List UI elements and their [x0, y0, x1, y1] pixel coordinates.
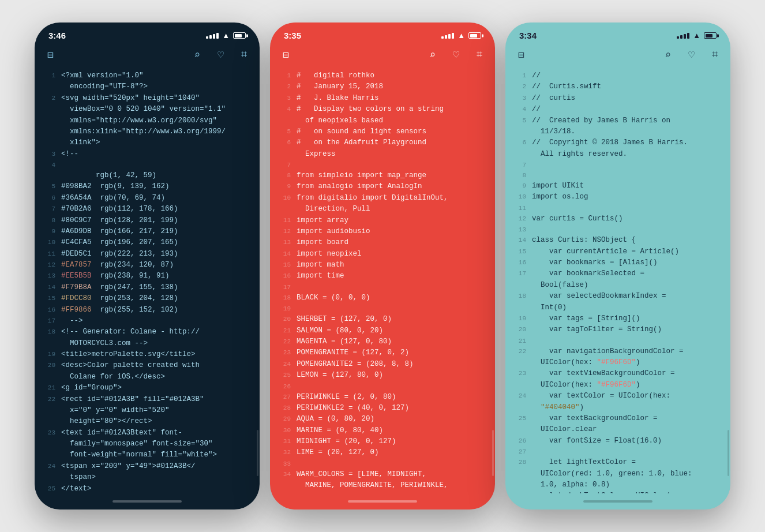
code-line: 23POMENGRANITE = (127, 0, 2) [270, 347, 488, 358]
battery-icon-teal [704, 32, 717, 39]
line-text: var selectedBookmarkIndex = [532, 291, 719, 302]
code-line: 7#70B2A6 rgb(112, 178, 166) [35, 204, 253, 215]
line-text: #A6D9DB rgb(166, 217, 219) [61, 226, 248, 237]
folder-icon[interactable]: ⊟ [45, 46, 56, 63]
code-line: 33 [270, 459, 488, 469]
code-area-red: 1# digital rothko2# January 15, 20183# J… [270, 68, 495, 493]
code-line: 5// Created by James B Harris on [505, 115, 723, 126]
line-text: <title>metroPalette.svg</title> [61, 349, 248, 360]
line-text: <!-- Generator: Colane - http:// [61, 327, 248, 338]
code-line: 31MIDNIGHT = (20, 0, 127) [270, 436, 488, 447]
code-line: 19 [270, 304, 488, 314]
line-text: #C4CFA5 rgb(196, 207, 165) [61, 237, 248, 248]
code-line: of neopixels based [270, 115, 488, 126]
line-text: var textViewBackgroundColor = [532, 368, 719, 379]
line-text: POMENGRANITE2 = (208, 8, 8) [297, 359, 483, 370]
code-line: 4# Display two colors on a string [270, 104, 488, 115]
code-line: 22<rect id="#012A3B" fill="#012A3B" [35, 394, 253, 405]
code-line: 1.0, alpha: 0.8) [505, 479, 723, 490]
line-number: 22 [275, 336, 291, 347]
home-bar-line-dark [112, 500, 182, 503]
line-text: var bookmarks = [Alias]() [532, 257, 719, 268]
signal-icon-teal [677, 33, 689, 39]
line-text: xmlns="http://www.w3.org/2000/svg" [61, 115, 248, 126]
home-bar-teal [505, 493, 730, 509]
line-number: 7 [510, 160, 526, 170]
line-number: 15 [39, 293, 55, 304]
code-line: UIColor.clear [505, 424, 723, 435]
line-number: 22 [39, 394, 55, 404]
line-text: #EA7857 rgb(234, 120, 87) [61, 260, 248, 271]
code-line: 21SALMON = (80, 0, 20) [270, 325, 488, 336]
line-number: 24 [39, 461, 55, 471]
search-icon-teal[interactable]: ⌕ [662, 46, 673, 63]
line-text: height="80"></rect> [61, 416, 248, 427]
code-line: Direction, Pull [270, 204, 488, 215]
line-number [39, 338, 55, 339]
code-line: 14class Curtis: NSObject { [505, 235, 723, 246]
code-line: 16import time [270, 271, 488, 282]
line-text: xmlns:xlink="http://www.w3.org/1999/ [61, 126, 248, 137]
line-text: #FF9866 rgb(255, 152, 102) [61, 305, 248, 316]
line-text: BLACK = (0, 0, 0) [297, 293, 483, 304]
line-text: MOTORCYCL3.com --> [61, 338, 248, 349]
toolbar-right-red: ⌕ ♡ ⌗ [427, 46, 485, 63]
line-text: from simpleio import map_range [297, 170, 483, 181]
code-line: 7 [505, 160, 723, 170]
line-number [510, 302, 526, 303]
heart-icon-red[interactable]: ♡ [451, 46, 462, 63]
line-number: 28 [275, 403, 291, 413]
line-text: SALMON = (80, 0, 20) [297, 325, 483, 336]
line-number: 5 [275, 126, 291, 137]
heart-icon[interactable]: ♡ [215, 46, 226, 63]
search-icon[interactable]: ⌕ [192, 46, 202, 63]
line-text: var navigationBackgroundColor = [532, 346, 719, 357]
line-text: #FDCC80 rgb(253, 204, 128) [61, 293, 248, 304]
search-icon-red[interactable]: ⌕ [427, 46, 438, 63]
line-text: <!-- [61, 149, 248, 160]
line-text: PERIWINKLE2 = (40, 0, 127) [297, 403, 483, 414]
line-text: // Created by James B Harris on [532, 115, 719, 126]
line-text: let darkTextColor = UIColor(r... [532, 490, 719, 493]
folder-icon-teal[interactable]: ⊟ [516, 46, 527, 63]
line-number: 1 [510, 70, 526, 81]
line-number: 15 [510, 246, 526, 257]
scroll-indicator-red[interactable] [492, 430, 494, 476]
line-text: // Curtis.swift [532, 81, 719, 92]
line-text: var tags = [String]() [532, 313, 719, 324]
line-number [510, 357, 526, 358]
line-number: 5 [510, 115, 526, 126]
home-bar-line-red [348, 500, 417, 503]
status-bar-red: 3:35 ▲ [270, 23, 495, 43]
line-number: 14 [275, 249, 291, 259]
bookmark-icon-red[interactable]: ⌗ [474, 47, 485, 63]
heart-icon-teal[interactable]: ♡ [686, 46, 697, 63]
code-line: UIColor(hex: "#F96F6D") [505, 380, 723, 391]
code-line: 28 let lightTextColor = [505, 457, 723, 468]
code-line: 1<?xml version="1.0" [35, 70, 253, 81]
line-text: family="monospace" font-size="30" [61, 439, 248, 449]
line-text: import neopixel [297, 249, 483, 260]
line-text: Colane for iOS.</desc> [61, 372, 248, 383]
bookmark-icon[interactable]: ⌗ [239, 47, 249, 63]
line-text: from analogio import AnalogIn [297, 181, 483, 192]
wifi-icon-red: ▲ [457, 31, 465, 40]
folder-icon-red[interactable]: ⊟ [280, 46, 291, 63]
scroll-indicator-dark[interactable] [257, 430, 258, 476]
line-number [510, 380, 526, 380]
line-number: 2 [275, 81, 291, 92]
bookmark-icon-teal[interactable]: ⌗ [710, 47, 720, 63]
code-line: 2// Curtis.swift [505, 81, 723, 92]
line-text: var tagToFilter = String() [532, 324, 719, 335]
line-text: All rights reserved. [532, 149, 719, 160]
signal-icon [206, 33, 219, 39]
code-line: 18 var selectedBookmarkIndex = [505, 291, 723, 302]
code-line: 3# J. Blake Harris [270, 93, 488, 104]
line-text: MIDNIGHT = (20, 0, 127) [297, 436, 483, 447]
code-line: 3// curtis [505, 93, 723, 104]
scroll-indicator-teal[interactable] [727, 430, 729, 476]
toolbar-teal: ⊟ ⌕ ♡ ⌗ [505, 43, 730, 68]
line-number: 26 [275, 381, 291, 392]
line-text: // curtis [532, 93, 719, 104]
code-line: 29AQUA = (0, 80, 20) [270, 414, 488, 425]
